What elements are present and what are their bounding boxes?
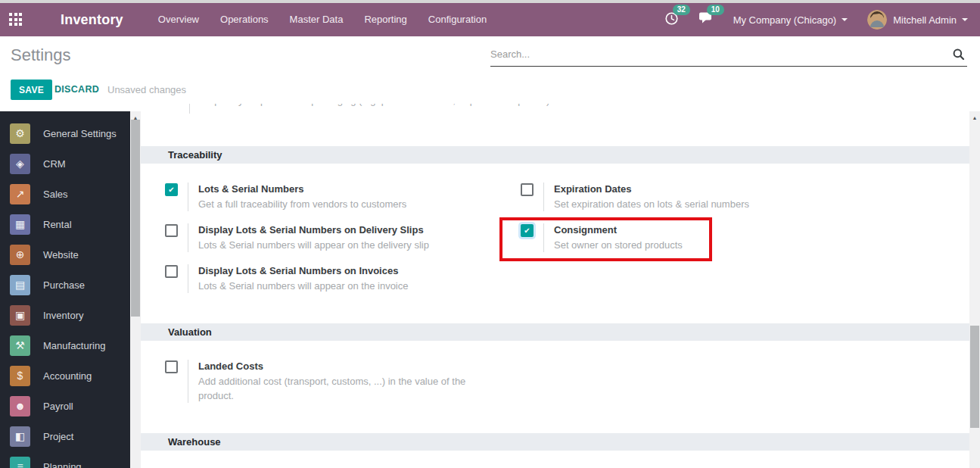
checkbox-landed-costs[interactable]: ✔: [165, 360, 178, 373]
clipped-row-divider: [189, 104, 190, 114]
settings-content: Propose your products in packaging (e.g.…: [141, 104, 969, 468]
sidebar-item-payroll[interactable]: ☻ Payroll: [0, 391, 130, 421]
settings-header: Settings SAVE DISCARD Unsaved changes: [0, 36, 980, 111]
gear-icon: ⚙: [10, 123, 30, 144]
settings-sidebar: ⚙ General Settings ◈ CRM ↗ Sales ▦ Renta…: [0, 111, 130, 468]
company-switcher[interactable]: My Company (Chicago): [733, 14, 848, 26]
setting-lots-serial-numbers: ✔ Lots & Serial Numbers Get a full trace…: [165, 183, 406, 211]
checkbox-consignment[interactable]: ✔: [521, 224, 534, 237]
setting-title[interactable]: Expiration Dates: [554, 183, 749, 195]
company-name: My Company (Chicago): [733, 14, 837, 26]
box-icon: ▣: [10, 305, 30, 326]
puzzle-icon: ◧: [10, 426, 30, 447]
globe-icon: ⊕: [10, 245, 30, 265]
section-title: Valuation: [168, 323, 969, 341]
activities-count-badge: 32: [673, 5, 690, 15]
setting-description: Lots & Serial numbers will appear on the…: [198, 279, 408, 293]
chevron-down-icon: [842, 18, 848, 21]
discard-button[interactable]: DISCARD: [54, 84, 99, 95]
messages-button[interactable]: 10: [698, 11, 714, 28]
calendar-icon: ▦: [10, 214, 30, 235]
setting-description: Lots & Serial numbers will appear on the…: [198, 238, 429, 252]
page-title: Settings: [11, 45, 71, 65]
setting-landed-costs: ✔ Landed Costs Add additional cost (tran…: [165, 360, 469, 403]
setting-title[interactable]: Display Lots & Serial Numbers on Deliver…: [198, 223, 429, 236]
save-button[interactable]: SAVE: [11, 80, 52, 100]
checkbox-display-lots-delivery-slips[interactable]: ✔: [165, 224, 178, 237]
chevron-down-icon: [962, 18, 968, 21]
activities-button[interactable]: 32: [664, 11, 679, 29]
sidebar-item-label: Website: [43, 249, 79, 261]
search-input[interactable]: [490, 47, 932, 61]
menu-reporting[interactable]: Reporting: [353, 3, 417, 36]
scrollbar-thumb[interactable]: [970, 326, 979, 428]
setting-consignment: ✔ Consignment Set owner on stored produc…: [521, 223, 683, 252]
sidebar-item-label: Sales: [43, 189, 68, 200]
setting-description: Get a full traceability from vendors to …: [198, 197, 406, 211]
sidebar-item-rental[interactable]: ▦ Rental: [0, 209, 130, 239]
search-bar: [490, 47, 967, 67]
setting-display-lots-invoices: ✔ Display Lots & Serial Numbers on Invoi…: [165, 264, 408, 293]
sidebar-item-purchase[interactable]: ▤ Purchase: [0, 270, 130, 300]
sidebar-item-label: Planning: [43, 461, 82, 468]
sidebar-item-inventory[interactable]: ▣ Inventory: [0, 300, 130, 330]
app-title[interactable]: Inventory: [61, 12, 123, 28]
sidebar-item-website[interactable]: ⊕ Website: [0, 239, 130, 270]
sidebar-item-accounting[interactable]: $ Accounting: [0, 360, 130, 391]
content-left-scrollbar[interactable]: ▲: [130, 111, 141, 468]
checkbox-lots-serial-numbers[interactable]: ✔: [165, 183, 178, 196]
handshake-icon: ◈: [10, 154, 30, 174]
wrench-icon: ⚒: [10, 335, 30, 356]
invoice-icon: $: [10, 366, 30, 386]
section-title: Warehouse: [168, 433, 969, 451]
user-menu[interactable]: Mitchell Admin: [867, 10, 968, 30]
scroll-up-arrow-icon[interactable]: ▲: [969, 111, 980, 120]
sidebar-item-sales[interactable]: ↗ Sales: [0, 179, 130, 209]
section-title: Traceability: [168, 146, 969, 164]
setting-description: Add additional cost (transport, customs,…: [198, 374, 469, 403]
apps-grid-icon[interactable]: [9, 13, 23, 27]
menu-operations[interactable]: Operations: [210, 3, 279, 36]
employee-icon: ☻: [10, 396, 30, 417]
checkbox-display-lots-invoices[interactable]: ✔: [165, 265, 178, 278]
sidebar-item-crm[interactable]: ◈ CRM: [0, 148, 130, 179]
setting-expiration-dates: ✔ Expiration Dates Set expiration dates …: [521, 183, 749, 211]
sidebar-item-label: Rental: [43, 219, 72, 230]
sidebar-item-manufacturing[interactable]: ⚒ Manufacturing: [0, 330, 130, 360]
top-navbar: Inventory Overview Operations Master Dat…: [0, 3, 980, 36]
setting-description: Set expiration dates on lots & serial nu…: [554, 197, 749, 211]
clipped-setting-text: Propose your products in packaging (e.g.…: [199, 104, 549, 108]
scrollbar-thumb[interactable]: [131, 120, 140, 317]
setting-title[interactable]: Consignment: [554, 223, 683, 236]
chart-icon: ↗: [10, 184, 30, 204]
checkbox-expiration-dates[interactable]: ✔: [521, 183, 534, 196]
sidebar-item-label: Purchase: [43, 279, 85, 291]
search-icon[interactable]: [952, 48, 966, 64]
sidebar-item-label: CRM: [43, 158, 66, 170]
section-valuation: Valuation: [141, 323, 969, 341]
section-traceability: Traceability: [141, 146, 969, 164]
sidebar-item-label: General Settings: [43, 128, 117, 139]
section-warehouse: Warehouse: [141, 433, 969, 451]
setting-description: Set owner on stored products: [554, 238, 683, 252]
user-name: Mitchell Admin: [893, 14, 957, 26]
setting-display-lots-delivery-slips: ✔ Display Lots & Serial Numbers on Deliv…: [165, 223, 429, 252]
gantt-icon: ≡: [10, 457, 30, 468]
messages-count-badge: 10: [707, 5, 724, 15]
sidebar-item-label: Inventory: [43, 310, 83, 321]
avatar: [867, 10, 887, 30]
credit-card-icon: ▤: [10, 275, 30, 295]
menu-configuration[interactable]: Configuration: [418, 3, 497, 36]
sidebar-item-general-settings[interactable]: ⚙ General Settings: [0, 118, 130, 148]
sidebar-item-label: Payroll: [43, 401, 73, 412]
menu-master-data[interactable]: Master Data: [279, 3, 354, 36]
sidebar-item-project[interactable]: ◧ Project: [0, 421, 130, 451]
sidebar-item-label: Project: [43, 431, 73, 442]
sidebar-item-planning[interactable]: ≡ Planning: [0, 451, 130, 468]
menu-overview[interactable]: Overview: [148, 3, 210, 36]
content-right-scrollbar[interactable]: ▲: [969, 111, 980, 468]
setting-title[interactable]: Display Lots & Serial Numbers on Invoice…: [198, 264, 408, 277]
setting-title[interactable]: Landed Costs: [198, 360, 469, 373]
sidebar-item-label: Accounting: [43, 370, 92, 382]
setting-title[interactable]: Lots & Serial Numbers: [198, 183, 406, 195]
